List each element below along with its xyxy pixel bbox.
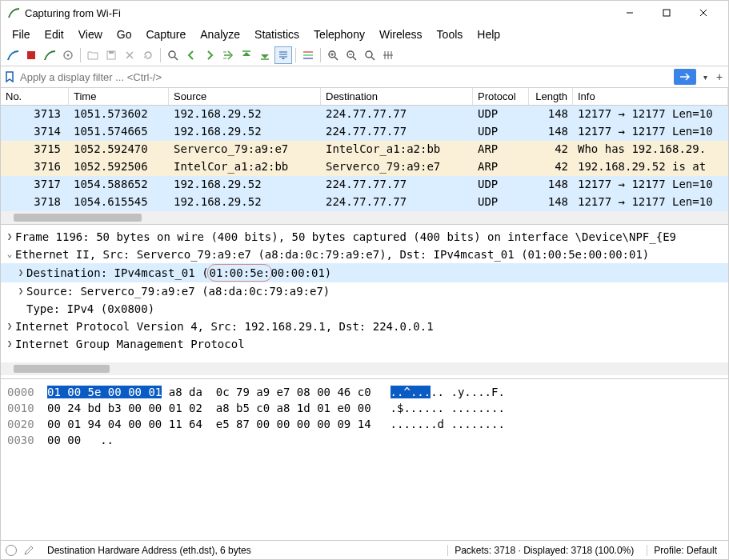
close-file-button[interactable] — [121, 46, 138, 64]
go-to-first-button[interactable] — [238, 46, 255, 64]
packet-details-pane[interactable]: ❯Frame 1196: 50 bytes on wire (400 bits)… — [1, 224, 728, 378]
find-packet-button[interactable] — [164, 46, 182, 64]
tree-ethernet[interactable]: ⌄Ethernet II, Src: Serverco_79:a9:e7 (a8… — [1, 246, 728, 263]
svg-point-6 — [67, 54, 70, 56]
resize-columns-button[interactable] — [379, 46, 397, 64]
packet-row[interactable]: 37131051.573602192.168.29.52224.77.77.77… — [1, 106, 728, 123]
svg-line-28 — [353, 57, 356, 60]
menu-analyze[interactable]: Analyze — [194, 26, 246, 42]
packet-row[interactable]: 37181054.615545192.168.29.52224.77.77.77… — [1, 194, 728, 211]
tree-eth-src[interactable]: ❯Source: Serverco_79:a9:e7 (a8:da:0c:79:… — [1, 282, 728, 300]
menu-file[interactable]: File — [6, 26, 37, 42]
menu-help[interactable]: Help — [471, 26, 507, 42]
svg-point-11 — [169, 51, 175, 58]
hex-row[interactable]: 000001 00 5e 00 00 01 a8 da 0c 79 a9 e7 … — [7, 384, 722, 400]
svg-point-30 — [366, 51, 372, 58]
maximize-button[interactable] — [648, 1, 685, 25]
window-controls — [611, 1, 722, 25]
tree-igmp[interactable]: ❯Internet Group Management Protocol — [1, 335, 728, 353]
zoom-out-button[interactable] — [342, 46, 360, 64]
window-titlebar: Capturing from Wi-Fi — [1, 1, 728, 25]
svg-rect-21 — [303, 54, 313, 56]
packet-row[interactable]: 37141051.574665192.168.29.52224.77.77.77… — [1, 123, 728, 141]
menu-bar: File Edit View Go Capture Analyze Statis… — [1, 25, 728, 44]
colorize-button[interactable] — [299, 46, 317, 64]
go-back-button[interactable] — [182, 46, 200, 64]
menu-edit[interactable]: Edit — [38, 26, 70, 42]
status-profile[interactable]: Profile: Default — [647, 545, 723, 556]
packet-row[interactable]: 37161052.592506IntelCor_a1:a2:bbServerco… — [1, 158, 728, 176]
svg-rect-22 — [303, 58, 313, 59]
svg-line-31 — [371, 57, 375, 60]
restart-capture-button[interactable] — [41, 46, 58, 64]
tree-eth-dst[interactable]: ❯Destination: IPv4mcast_01 (01:00:5e:00:… — [1, 263, 728, 282]
display-filter-input[interactable] — [18, 70, 671, 85]
expert-info-icon[interactable] — [6, 545, 17, 556]
open-file-button[interactable] — [84, 46, 102, 64]
highlighted-mac: 01:00:5e: — [207, 264, 273, 282]
details-hscrollbar[interactable] — [1, 362, 728, 375]
column-header-time[interactable]: Time — [69, 88, 169, 105]
status-field: Destination Hardware Address (eth.dst), … — [41, 545, 258, 556]
svg-rect-20 — [303, 51, 313, 53]
column-header-no[interactable]: No. — [1, 88, 69, 105]
hex-row[interactable]: 002000 01 94 04 00 00 11 64 e5 87 00 00 … — [7, 416, 722, 432]
menu-tools[interactable]: Tools — [431, 26, 470, 42]
packet-list-pane[interactable]: No. Time Source Destination Protocol Len… — [1, 88, 728, 224]
go-to-packet-button[interactable] — [219, 46, 237, 64]
menu-capture[interactable]: Capture — [139, 26, 192, 42]
tree-frame[interactable]: ❯Frame 1196: 50 bytes on wire (400 bits)… — [1, 228, 728, 246]
filter-history-dropdown[interactable]: ▾ — [699, 69, 711, 85]
save-file-button[interactable] — [102, 46, 120, 64]
menu-statistics[interactable]: Statistics — [248, 26, 306, 42]
packet-list-header[interactable]: No. Time Source Destination Protocol Len… — [1, 88, 728, 106]
hex-row[interactable]: 001000 24 bd b3 00 00 01 02 a8 b5 c0 a8 … — [7, 400, 722, 416]
svg-rect-8 — [109, 51, 114, 54]
column-header-source[interactable]: Source — [169, 88, 321, 105]
column-header-protocol[interactable]: Protocol — [473, 88, 529, 105]
menu-telephony[interactable]: Telephony — [307, 26, 371, 42]
column-header-destination[interactable]: Destination — [321, 88, 473, 105]
add-filter-button[interactable]: + — [714, 69, 725, 85]
menu-wireless[interactable]: Wireless — [373, 26, 429, 42]
tree-ip[interactable]: ❯Internet Protocol Version 4, Src: 192.1… — [1, 318, 728, 335]
apply-filter-button[interactable] — [674, 69, 696, 85]
svg-rect-4 — [27, 51, 35, 59]
bookmark-icon[interactable] — [4, 71, 15, 82]
app-icon — [7, 6, 20, 19]
close-button[interactable] — [685, 1, 722, 25]
capture-options-button[interactable] — [59, 46, 77, 64]
hex-row[interactable]: 003000 00.. — [7, 432, 722, 448]
window-title: Capturing from Wi-Fi — [25, 7, 611, 19]
column-header-info[interactable]: Info — [573, 88, 728, 105]
status-bar: Destination Hardware Address (eth.dst), … — [1, 540, 728, 559]
reload-button[interactable] — [139, 46, 157, 64]
zoom-reset-button[interactable] — [361, 46, 379, 64]
packet-row[interactable]: 37171054.588652192.168.29.52224.77.77.77… — [1, 176, 728, 194]
edit-icon[interactable] — [23, 545, 34, 556]
auto-scroll-button[interactable] — [274, 46, 292, 64]
menu-view[interactable]: View — [72, 26, 109, 42]
tree-eth-type[interactable]: Type: IPv4 (0x0800) — [1, 300, 728, 318]
svg-line-24 — [334, 57, 338, 60]
minimize-button[interactable] — [611, 1, 648, 25]
go-to-last-button[interactable] — [256, 46, 274, 64]
column-header-length[interactable]: Length — [529, 88, 573, 105]
menu-go[interactable]: Go — [110, 26, 138, 42]
svg-line-12 — [174, 57, 178, 60]
start-capture-button[interactable] — [4, 46, 22, 64]
packet-bytes-pane[interactable]: 000001 00 5e 00 00 01 a8 da 0c 79 a9 e7 … — [1, 378, 728, 540]
go-forward-button[interactable] — [201, 46, 218, 64]
svg-rect-1 — [663, 10, 670, 16]
status-packets: Packets: 3718 · Displayed: 3718 (100.0%) — [447, 545, 640, 556]
stop-capture-button[interactable] — [22, 46, 40, 64]
packet-row[interactable]: 37151052.592470Serverco_79:a9:e7IntelCor… — [1, 141, 728, 158]
display-filter-bar: ▾ + — [1, 66, 728, 88]
zoom-in-button[interactable] — [324, 46, 342, 64]
packet-list-hscrollbar[interactable] — [1, 211, 728, 224]
main-toolbar — [1, 44, 728, 66]
